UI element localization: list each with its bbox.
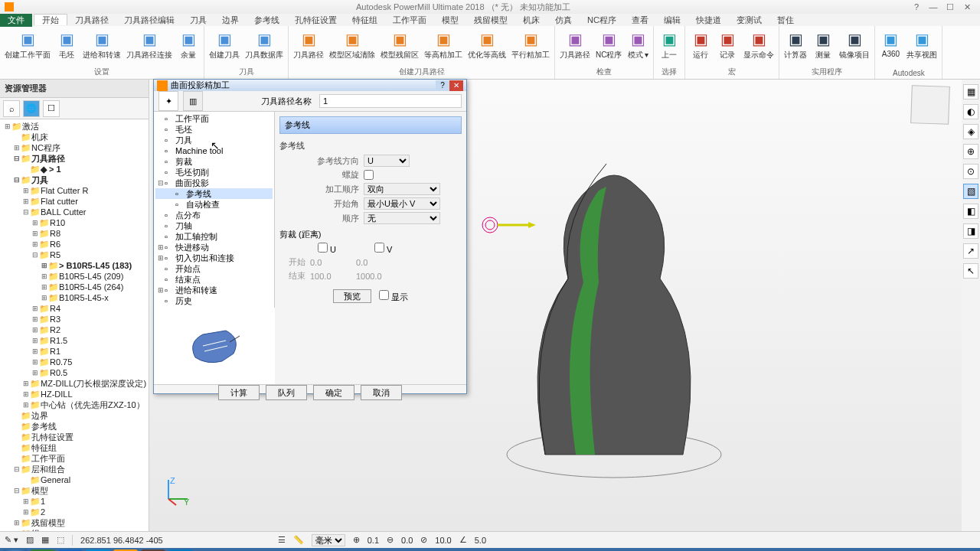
ribbon-button[interactable]: ▣刀具路径 — [558, 28, 592, 61]
strategy2-icon[interactable]: ▥ — [183, 91, 203, 111]
ribbon-button[interactable]: ▣镜像项目 — [838, 28, 871, 61]
tool1-icon[interactable]: ◧ — [963, 204, 978, 219]
ribbon-button[interactable]: ▣上一 — [657, 28, 681, 61]
menu-tab[interactable]: 刀具路径编辑 — [116, 15, 182, 25]
dialog-tree-node[interactable]: ⊞▫进给和转速 — [155, 285, 273, 295]
tree-node[interactable]: 📁特征组 — [0, 442, 149, 453]
menu-tab[interactable]: 变测试 — [729, 15, 769, 25]
ribbon-button[interactable]: ▣运行 — [688, 28, 713, 61]
unit-select[interactable]: 毫米 — [312, 534, 345, 546]
ribbon-button[interactable]: ▣显示命令 — [742, 28, 776, 61]
menu-tab[interactable]: 仿真 — [547, 15, 580, 25]
fit-icon[interactable]: ⊙ — [963, 164, 978, 179]
tree-node[interactable]: ⊞📁激活 — [0, 121, 149, 132]
grid-icon[interactable]: ▦ — [41, 535, 49, 545]
tree-node[interactable]: 📁参考线 — [0, 421, 149, 432]
tree-node[interactable]: 📁组 — [0, 528, 149, 531]
tree-node[interactable]: ⊞📁2 — [0, 507, 149, 517]
dialog-tree-node[interactable]: ▫参考线 — [155, 188, 273, 199]
tree-node[interactable]: ⊞📁NC程序 — [0, 142, 149, 153]
menu-tab[interactable]: 参考线 — [247, 15, 287, 25]
snap-icon[interactable]: ▨ — [26, 535, 34, 545]
help-icon[interactable]: ? — [908, 2, 925, 11]
tree-node[interactable]: ⊞📁R1.5 — [0, 335, 149, 346]
tree-node[interactable]: ⊞📁B10R5-L45 (264) — [0, 282, 149, 292]
ribbon-button[interactable]: ▣优化等高线 — [466, 28, 508, 61]
tree-node[interactable]: ⊞📁R2 — [0, 324, 149, 335]
snap2-icon[interactable]: ⬚ — [57, 535, 64, 545]
dialog-tree-node[interactable]: ▫历史 — [155, 295, 273, 306]
dialog-tree-node[interactable]: ▫开始点 — [155, 263, 273, 274]
dialog-tree-node[interactable]: ▫自动检查 — [155, 199, 273, 210]
minimize-icon[interactable]: — — [925, 2, 942, 11]
ribbon-button[interactable]: ▣创建刀具 — [207, 28, 241, 61]
tree-node[interactable]: ⊟📁刀具路径 — [0, 153, 149, 164]
menu-tab[interactable]: 模型 — [434, 15, 466, 25]
menu-tab[interactable]: 开始 — [34, 14, 67, 25]
menu-tab[interactable]: 孔特征设置 — [287, 15, 345, 25]
queue-button[interactable]: 队列 — [266, 385, 307, 400]
dialog-tree-node[interactable]: ⊞▫快进移动 — [155, 242, 273, 253]
tree-node[interactable]: ⊞📁1 — [0, 496, 149, 507]
explorer-tree[interactable]: ⊞📁激活📁机床⊞📁NC程序⊟📁刀具路径📁◆ > 1⊟📁刀具⊞📁Flat Cutt… — [0, 119, 149, 531]
tree-node[interactable]: ⊞📁R3 — [0, 314, 149, 324]
close-icon[interactable]: ✕ — [959, 2, 975, 12]
menu-tab[interactable]: 边界 — [214, 15, 247, 25]
menu-tab[interactable]: NC程序 — [580, 15, 624, 25]
preview-button[interactable]: 预览 — [333, 289, 371, 303]
view-icon[interactable]: ☐ — [43, 100, 60, 117]
tree-node[interactable]: ⊞📁R0.5 — [0, 367, 149, 378]
tree-node[interactable]: 📁孔特征设置 — [0, 432, 149, 442]
u-checkbox[interactable] — [318, 243, 328, 253]
tree-node[interactable]: ⊟📁R5 — [0, 249, 149, 260]
tree-node[interactable]: ⊞📁Flat Cutter R — [0, 185, 149, 196]
ribbon-button[interactable]: ▣A360 — [878, 28, 903, 59]
menu-tab[interactable]: 编辑 — [656, 15, 688, 25]
ribbon-button[interactable]: ▣模式 ▾ — [626, 28, 650, 61]
tree-node[interactable]: 📁边界 — [0, 410, 149, 421]
tree-node[interactable]: ⊞📁HZ-DILL — [0, 389, 149, 399]
shade-icon[interactable]: ◐ — [963, 104, 978, 119]
ribbon-button[interactable]: ▣平行精加工 — [510, 28, 551, 61]
dialog-titlebar[interactable]: 曲面投影精加工 ? ✕ — [154, 80, 466, 91]
tree-node[interactable]: ⊞📁R6 — [0, 239, 149, 249]
globe-icon[interactable]: 🌐 — [23, 100, 40, 117]
menu-tab[interactable]: 机床 — [515, 15, 547, 25]
dialog-tree-node[interactable]: ▫点分布 — [155, 210, 273, 220]
ribbon-button[interactable]: ▣记录 — [715, 28, 740, 61]
dialog-tree-node[interactable]: ▫毛坯 — [155, 124, 273, 135]
dialog-tree-node[interactable]: ▫剪裁 — [155, 156, 273, 167]
menu-tab[interactable]: 快捷道 — [688, 15, 729, 25]
tree-node[interactable]: ⊞📁R8 — [0, 228, 149, 239]
ribbon-button[interactable]: ▣NC程序 — [594, 28, 623, 61]
maximize-icon[interactable]: ☐ — [942, 2, 959, 12]
draw-tool-icon[interactable]: ✎ ▾ — [5, 535, 18, 545]
tree-node[interactable]: ⊞📁R0.75 — [0, 357, 149, 367]
ribbon-button[interactable]: ▣余量 — [176, 28, 201, 61]
menu-tab[interactable]: 暂住 — [769, 15, 802, 25]
ribbon-button[interactable]: ▣测量 — [811, 28, 835, 61]
dir-select[interactable]: U — [364, 155, 410, 167]
dialog-tree-node[interactable]: ▫刀轴 — [155, 220, 273, 231]
filter-icon[interactable]: ⌕ — [3, 100, 20, 117]
dialog-tree-node[interactable]: ▫毛坯切削 — [155, 167, 273, 178]
tree-node[interactable]: ⊞📁MZ-DILL(刀长根据深度设定) — [0, 378, 149, 389]
menu-tab[interactable]: 刀具路径 — [67, 15, 116, 25]
ribbon-button[interactable]: ▣创建工作平面 — [3, 28, 52, 61]
tree-node[interactable]: ⊞📁> B10R5-L45 (183) — [0, 260, 149, 271]
ribbon-button[interactable]: ▣刀具路径连接 — [125, 28, 174, 61]
calc-button[interactable]: 计算 — [218, 385, 260, 400]
tree-node[interactable]: 📁机床 — [0, 132, 149, 142]
ribbon-button[interactable]: ▣刀具数据库 — [243, 28, 285, 61]
ribbon-button[interactable]: ▣进给和转速 — [81, 28, 122, 61]
ribbon-button[interactable]: ▣刀具路径 — [292, 28, 325, 61]
tree-node[interactable]: 📁工作平面 — [0, 453, 149, 464]
path-name-input[interactable] — [319, 94, 462, 108]
tree-node[interactable]: ⊞📁B10R5-L45 (209) — [0, 271, 149, 282]
tree-node[interactable]: ⊟📁BALL Cutter — [0, 207, 149, 217]
dialog-tree-node[interactable]: ⊟▫曲面投影 — [155, 178, 273, 188]
menu-tab[interactable]: 工作平面 — [385, 15, 434, 25]
tree-node[interactable]: ⊞📁B10R5-L45-x — [0, 292, 149, 303]
file-menu[interactable]: 文件 — [0, 14, 32, 27]
show-checkbox[interactable] — [379, 290, 389, 300]
